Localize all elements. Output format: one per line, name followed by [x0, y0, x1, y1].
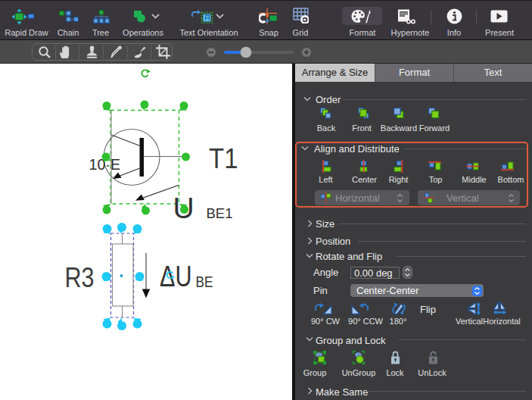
svg-text:ΔU: ΔU	[160, 261, 192, 292]
svg-text:BE: BE	[196, 273, 213, 290]
svg-text:R3: R3	[65, 262, 95, 293]
svg-text:BE1: BE1	[207, 205, 233, 221]
svg-text:T1: T1	[209, 143, 238, 174]
